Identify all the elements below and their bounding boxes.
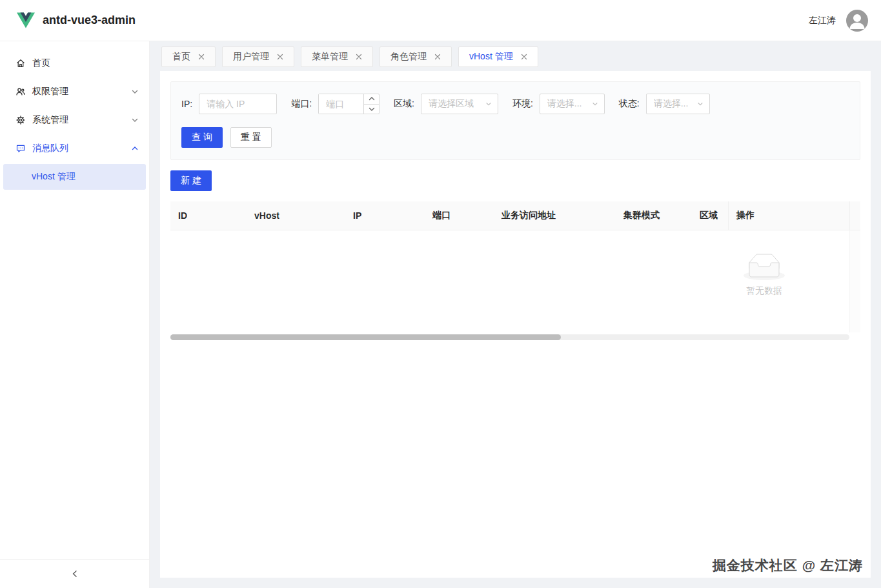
gear-icon — [15, 115, 26, 125]
status-select[interactable]: 请选择... — [646, 94, 710, 114]
vhost-table: ID vHost IP 端口 业务访问地址 集群模式 区域 操作 — [170, 201, 860, 340]
filter-actions: 查 询 重 置 — [181, 127, 849, 148]
column-header-port: 端口 — [425, 201, 494, 230]
column-header-id: ID — [170, 201, 247, 230]
empty-state: 暂无数据 — [744, 254, 785, 297]
sidebar-item-permissions[interactable]: 权限管理 — [0, 79, 149, 105]
region-label: 区域: — [394, 98, 414, 110]
sidebar-collapse-trigger[interactable] — [0, 559, 149, 588]
create-button[interactable]: 新 建 — [170, 170, 212, 191]
filter-panel: IP: 端口: — [170, 81, 860, 160]
filter-status: 状态: 请选择... — [619, 94, 710, 114]
filter-port: 端口: — [291, 94, 380, 114]
filter-ip: IP: — [181, 94, 277, 114]
filter-region: 区域: 请选择区域 — [394, 94, 498, 114]
close-icon[interactable] — [277, 54, 283, 60]
env-select[interactable]: 请选择... — [540, 94, 605, 114]
env-placeholder: 请选择... — [547, 98, 582, 110]
column-header-cluster-mode: 集群模式 — [616, 201, 694, 230]
status-label: 状态: — [619, 98, 640, 110]
team-icon — [15, 86, 26, 97]
sidebar-item-label: 首页 — [32, 57, 139, 69]
table-header-gutter — [849, 201, 860, 230]
chevron-left-icon — [70, 569, 79, 578]
tab-label: 首页 — [172, 51, 190, 63]
table-header-row: ID vHost IP 端口 业务访问地址 集群模式 区域 操作 — [170, 201, 849, 230]
close-icon[interactable] — [198, 54, 205, 60]
step-down-button[interactable] — [364, 104, 379, 114]
sidebar-item-vhost[interactable]: vHost 管理 — [3, 164, 146, 190]
step-up-button[interactable] — [364, 94, 379, 104]
horizontal-scrollbar-track[interactable] — [170, 334, 849, 340]
sidebar-item-label: 消息队列 — [32, 143, 131, 154]
sidebar-item-system[interactable]: 系统管理 — [0, 107, 149, 133]
vue-logo-icon — [17, 12, 35, 28]
tab-home[interactable]: 首页 — [161, 46, 216, 67]
ip-input[interactable] — [199, 94, 277, 114]
sidebar-item-message-queue[interactable]: 消息队列 — [0, 136, 149, 161]
region-select[interactable]: 请选择区域 — [421, 94, 498, 114]
column-header-ip: IP — [345, 201, 425, 230]
chevron-down-icon — [697, 101, 704, 107]
tab-menu-management[interactable]: 菜单管理 — [301, 46, 373, 67]
chevron-down-icon — [485, 101, 492, 107]
number-stepper — [363, 94, 379, 114]
app-title: antd-vue3-admin — [43, 14, 136, 27]
app-root: antd-vue3-admin 左江涛 — [0, 0, 881, 588]
username: 左江涛 — [809, 15, 836, 26]
column-header-actions: 操作 — [728, 201, 849, 230]
column-header-region: 区域 — [694, 201, 728, 230]
port-input[interactable] — [319, 94, 363, 114]
vertical-scrollbar-track[interactable] — [849, 230, 860, 332]
region-placeholder: 请选择区域 — [429, 98, 474, 110]
close-icon[interactable] — [434, 54, 441, 60]
empty-box-icon — [744, 254, 785, 280]
status-placeholder: 请选择... — [654, 98, 689, 110]
port-number-input[interactable] — [318, 94, 380, 114]
env-label: 环境: — [512, 98, 533, 110]
close-icon[interactable] — [521, 54, 527, 60]
port-label: 端口: — [291, 98, 312, 110]
sidebar: 首页 权限管理 — [0, 41, 150, 588]
chevron-down-icon — [131, 88, 139, 96]
tab-vhost-management[interactable]: vHost 管理 — [458, 46, 538, 67]
column-header-vhost: vHost — [247, 201, 345, 230]
content-area: 首页 用户管理 菜单管理 — [150, 41, 881, 588]
avatar[interactable] — [846, 10, 868, 32]
brand: antd-vue3-admin — [17, 12, 136, 28]
sidebar-item-label: 权限管理 — [32, 86, 131, 97]
tab-bar: 首页 用户管理 菜单管理 — [160, 41, 871, 71]
sidebar-menu: 首页 权限管理 — [0, 41, 149, 191]
horizontal-scrollbar-thumb[interactable] — [170, 334, 561, 340]
user-menu[interactable]: 左江涛 — [809, 10, 868, 32]
search-button[interactable]: 查 询 — [181, 127, 223, 148]
close-icon[interactable] — [356, 54, 362, 60]
filter-row: IP: 端口: — [181, 94, 849, 114]
user-icon — [846, 10, 868, 32]
reset-button[interactable]: 重 置 — [230, 127, 272, 148]
watermark-text: 掘金技术社区 @ 左江涛 — [713, 556, 863, 574]
top-header: antd-vue3-admin 左江涛 — [0, 0, 881, 41]
ip-label: IP: — [181, 99, 192, 109]
table-content: ID vHost IP 端口 业务访问地址 集群模式 区域 操作 — [170, 201, 849, 332]
tab-label: 用户管理 — [233, 51, 269, 63]
tab-user-management[interactable]: 用户管理 — [222, 46, 294, 67]
tab-label: 角色管理 — [390, 51, 427, 63]
sidebar-item-home[interactable]: 首页 — [0, 50, 149, 76]
vhost-page-card: IP: 端口: — [160, 71, 871, 578]
tab-label: vHost 管理 — [469, 51, 513, 63]
home-icon — [15, 58, 26, 68]
tab-role-management[interactable]: 角色管理 — [380, 46, 452, 67]
chevron-down-icon — [131, 116, 139, 124]
tab-label: 菜单管理 — [312, 51, 348, 63]
column-header-address: 业务访问地址 — [494, 201, 616, 230]
sidebar-subitem-label: vHost 管理 — [32, 171, 76, 183]
table-scroll-view: ID vHost IP 端口 业务访问地址 集群模式 区域 操作 — [170, 201, 849, 332]
filter-env: 环境: 请选择... — [512, 94, 605, 114]
table-body: 暂无数据 — [170, 230, 849, 332]
message-icon — [15, 143, 26, 154]
chevron-down-icon — [592, 101, 598, 107]
empty-text: 暂无数据 — [744, 285, 785, 297]
main-layout: 首页 权限管理 — [0, 41, 881, 588]
chevron-up-icon — [131, 145, 139, 152]
